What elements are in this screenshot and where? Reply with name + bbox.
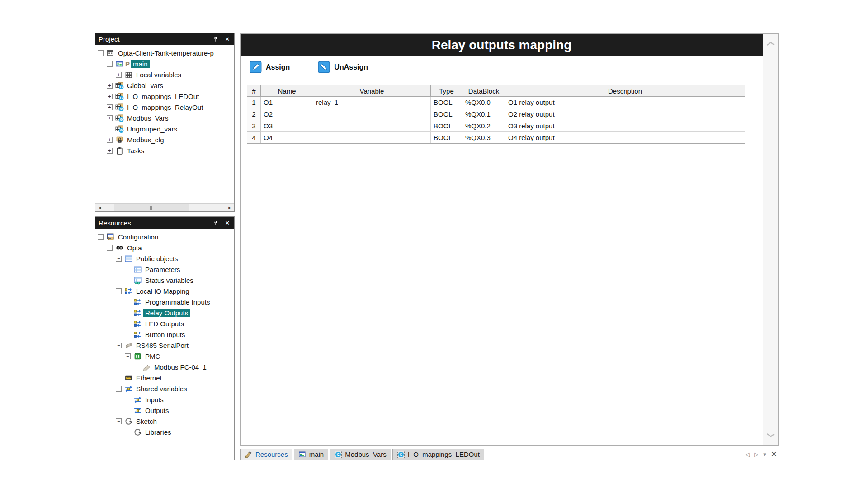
cell-type[interactable]: BOOL [431,132,462,144]
pin-icon[interactable] [212,220,219,227]
resources-tree-item-sketch[interactable]: −Sketch [95,416,234,427]
cell-variable[interactable] [313,120,431,132]
resources-tree-label-modbus-fc-04-1[interactable]: Modbus FC-04_1 [152,363,208,371]
project-tree-item-global-vars[interactable]: +GGlobal_vars [95,80,234,91]
resources-tree-item-rs485-serialport[interactable]: −RS485 SerialPort [95,340,234,351]
resources-tree-label-inputs[interactable]: Inputs [143,395,165,404]
project-tree-item-modbus-vars[interactable]: +GModbus_Vars [95,113,234,123]
resources-tree-label-public-objects[interactable]: Public objects [134,254,180,263]
mapping-row-o4[interactable]: 4O4BOOL%QX0.3O4 relay output [247,132,745,144]
resources-tree-label-opta[interactable]: Opta [125,244,144,252]
project-tree-label-local-variables[interactable]: Local variables [134,70,183,79]
project-tree-item-tasks[interactable]: +Tasks [95,145,234,156]
project-horizontal-scrollbar[interactable]: ◄ ► [95,203,234,211]
collapse-minus-icon[interactable]: − [116,343,122,348]
close-icon[interactable]: ✕ [224,220,231,227]
cell-variable[interactable] [313,132,431,144]
cell-datablock[interactable]: %QX0.1 [462,108,505,120]
expand-plus-icon[interactable]: + [107,137,113,143]
column-header-variable[interactable]: Variable [313,85,431,97]
collapse-minus-icon[interactable]: − [116,386,122,392]
cell-name[interactable]: O3 [261,120,313,132]
cell-datablock[interactable]: %QX0.0 [462,97,505,108]
project-tree-item-modbus-cfg[interactable]: +Modbus_cfg [95,134,234,145]
resources-tree-item-pmc[interactable]: −PMC [95,351,234,361]
collapse-minus-icon[interactable]: − [116,418,122,424]
resources-tree-label-outputs[interactable]: Outputs [143,406,171,415]
cell-type[interactable]: BOOL [431,97,462,108]
column-header-type[interactable]: Type [431,85,462,97]
resources-tree-label-shared-variables[interactable]: Shared variables [134,385,189,393]
cell-description[interactable]: O2 relay output [505,108,745,120]
collapse-minus-icon[interactable]: − [98,234,104,240]
cell-description[interactable]: O4 relay output [505,132,745,144]
cell-description[interactable]: O3 relay output [505,120,745,132]
resources-tree-item-status-variables[interactable]: Status variables [95,275,234,286]
cell-name[interactable]: O1 [261,97,313,108]
cell-[interactable]: 2 [247,108,261,120]
expand-plus-icon[interactable]: + [107,115,113,121]
cell-variable[interactable]: relay_1 [313,97,431,108]
tab-close-icon[interactable]: ✕ [771,449,777,460]
tab-modbus-vars[interactable]: GModbus_Vars [330,449,391,460]
resources-tree-label-relay-outputs[interactable]: Relay Outputs [143,309,190,317]
project-tree-item-i-o-mappings-ledout[interactable]: +GI_O_mappings_LEDOut [95,91,234,102]
expand-plus-icon[interactable]: + [116,72,122,78]
resources-tree-label-led-outputs[interactable]: LED Outputs [143,319,186,328]
resources-tree-item-outputs[interactable]: Outputs [95,405,234,416]
tab-main[interactable]: main [294,449,329,460]
project-tree-item-opta-client-tank-temperature-p[interactable]: −Opta-Client-Tank-temperature-p [95,47,234,58]
vertical-scrollbar[interactable] [763,34,778,445]
project-tree-label-modbus-vars[interactable]: Modbus_Vars [125,114,170,122]
tab-list-dropdown-icon[interactable]: ▾ [763,449,766,460]
unassign-button[interactable]: UnAssign [318,61,368,73]
resources-tree-item-parameters[interactable]: Parameters [95,264,234,275]
mapping-row-o3[interactable]: 3O3BOOL%QX0.2O3 relay output [247,120,745,132]
mapping-row-o1[interactable]: 1O1relay_1BOOL%QX0.0O1 relay output [247,97,745,108]
collapse-minus-icon[interactable]: − [116,288,122,294]
cell-name[interactable]: O4 [261,132,313,144]
project-tree-label-modbus-cfg[interactable]: Modbus_cfg [125,136,166,144]
tab-i-o-mappings-ledout[interactable]: GI_O_mappings_LEDOut [392,449,484,460]
resources-tree-label-programmable-inputs[interactable]: Programmable Inputs [143,298,212,306]
column-header-name[interactable]: Name [261,85,313,97]
column-header-[interactable]: # [247,85,261,97]
cell-datablock[interactable]: %QX0.3 [462,132,505,144]
project-tree-label-i-o-mappings-relayout[interactable]: I_O_mappings_RelayOut [125,103,205,112]
resources-tree-item-libraries[interactable]: Libraries [95,427,234,437]
tab-scroll-left-icon[interactable]: ◁ [745,449,750,460]
tab-resources[interactable]: Resources [240,449,292,460]
project-tree-label-tasks[interactable]: Tasks [125,146,146,155]
scrollbar-track[interactable] [104,204,225,211]
expand-plus-icon[interactable]: + [107,94,113,99]
resources-tree-item-public-objects[interactable]: −Public objects [95,253,234,264]
scroll-right-icon[interactable]: ► [225,204,234,211]
project-tree-label-global-vars[interactable]: Global_vars [125,81,165,90]
resources-tree-label-rs485-serialport[interactable]: RS485 SerialPort [134,341,190,350]
resources-tree-item-inputs[interactable]: Inputs [95,394,234,405]
resources-tree-label-ethernet[interactable]: Ethernet [134,374,164,382]
resources-tree-item-ethernet[interactable]: Ethernet [95,372,234,383]
resources-tree-item-shared-variables[interactable]: −Shared variables [95,383,234,394]
cell-datablock[interactable]: %QX0.2 [462,120,505,132]
resources-tree-label-pmc[interactable]: PMC [143,352,162,361]
collapse-minus-icon[interactable]: − [125,353,131,359]
resources-tree-label-configuration[interactable]: Configuration [116,233,160,241]
project-tree-item-local-variables[interactable]: +Local variables [95,69,234,80]
cell-[interactable]: 4 [247,132,261,144]
cell-variable[interactable] [313,108,431,120]
cell-type[interactable]: BOOL [431,120,462,132]
cell-description[interactable]: O1 relay output [505,97,745,108]
resources-tree-item-modbus-fc-04-1[interactable]: Modbus FC-04_1 [95,361,234,372]
project-tree-item-main[interactable]: −Pmain [95,58,234,69]
project-tree-label-ungrouped-vars[interactable]: Ungrouped_vars [125,125,179,133]
close-icon[interactable]: ✕ [224,36,231,43]
cell-[interactable]: 1 [247,97,261,108]
resources-tree-label-button-inputs[interactable]: Button Inputs [143,330,187,339]
expand-plus-icon[interactable]: + [107,148,113,154]
resources-tree-item-opta[interactable]: −Opta [95,242,234,253]
mapping-row-o2[interactable]: 2O2BOOL%QX0.1O2 relay output [247,108,745,120]
collapse-minus-icon[interactable]: − [116,256,122,262]
collapse-minus-icon[interactable]: − [107,245,113,251]
chevron-up-icon[interactable] [765,40,776,47]
